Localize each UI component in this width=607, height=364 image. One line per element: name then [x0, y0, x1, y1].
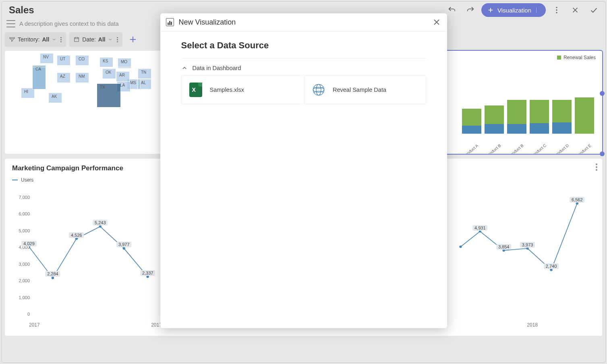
svg-point-18: [313, 87, 324, 92]
modal-header: New Visualization: [160, 13, 447, 31]
data-source-label: Reveal Sample Data: [333, 87, 386, 93]
modal-section-title: Select a Data Source: [181, 40, 426, 51]
data-source-grid: X Samples.xlsx Reveal Sample Data: [181, 75, 426, 104]
modal-close-button[interactable]: [432, 17, 441, 27]
modal-title: New Visualization: [179, 18, 427, 27]
data-source-samples-xlsx[interactable]: X Samples.xlsx: [181, 75, 303, 104]
excel-file-icon: X: [189, 82, 203, 97]
chevron-up-icon: [181, 65, 188, 71]
data-group-header[interactable]: Data in Dashboard: [181, 63, 426, 75]
svg-point-19: [316, 84, 321, 95]
globe-icon: [312, 82, 325, 97]
data-source-label: Samples.xlsx: [210, 87, 244, 93]
modal-backdrop: New Visualization Select a Data Source D…: [0, 0, 607, 364]
data-source-reveal-sample[interactable]: Reveal Sample Data: [304, 75, 426, 104]
modal-body: Select a Data Source Data in Dashboard X…: [160, 31, 447, 113]
bar-chart-icon: [166, 18, 174, 26]
new-visualization-modal: New Visualization Select a Data Source D…: [160, 13, 447, 328]
divider: [181, 58, 426, 58]
data-group-label: Data in Dashboard: [193, 65, 241, 71]
svg-point-17: [313, 84, 324, 95]
